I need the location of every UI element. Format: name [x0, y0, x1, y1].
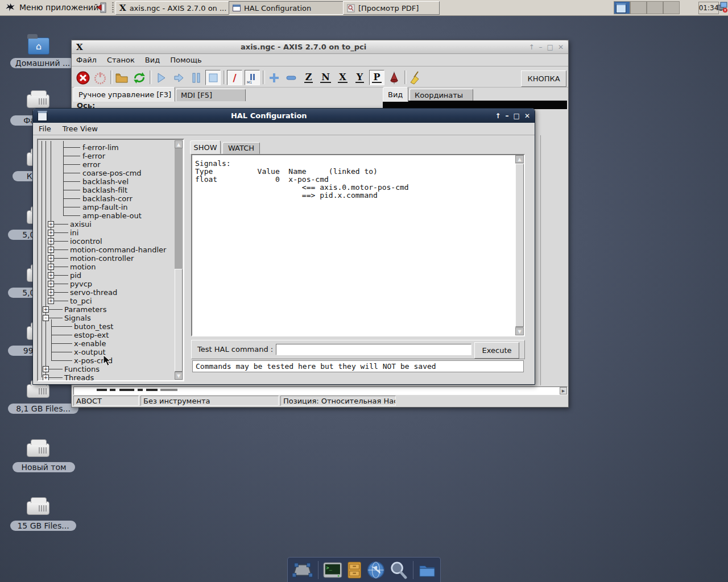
network-status-icon[interactable]: [717, 2, 728, 15]
drive-icon[interactable]: [27, 94, 49, 108]
tree-item[interactable]: +Parameters: [38, 305, 172, 314]
tree-item[interactable]: backlash-filt: [38, 186, 172, 194]
expander-icon[interactable]: +: [48, 281, 54, 287]
tree-item[interactable]: -Signals: [38, 314, 172, 322]
tree-item[interactable]: amp-enable-out: [38, 211, 172, 220]
tree-item[interactable]: f-error-lim: [38, 143, 172, 152]
home-folder-icon[interactable]: ⌂: [28, 38, 49, 55]
block-delete-button[interactable]: /: [227, 70, 242, 85]
logout-icon[interactable]: [97, 2, 108, 15]
expander-icon[interactable]: +: [48, 230, 54, 236]
view-x-button[interactable]: X: [335, 70, 350, 85]
rotate-view-button[interactable]: [386, 70, 402, 85]
applications-menu-button[interactable]: Меню приложений: [1, 1, 102, 14]
workspace-1[interactable]: [614, 1, 630, 14]
expander-icon[interactable]: +: [43, 306, 49, 313]
drive-icon[interactable]: [27, 501, 49, 515]
expander-icon[interactable]: -: [43, 315, 49, 321]
scroll-up-icon[interactable]: ▲: [175, 140, 183, 148]
show-desktop-icon[interactable]: [292, 562, 313, 578]
tree-item[interactable]: backlash-vel: [38, 177, 172, 186]
execute-button[interactable]: Execute: [474, 342, 519, 359]
minimize-button[interactable]: –: [539, 43, 543, 51]
optional-stop-button[interactable]: M1: [245, 70, 260, 85]
view-p-button[interactable]: P: [369, 70, 384, 85]
taskbar-button-hal[interactable]: HAL Configuration: [229, 1, 349, 15]
tree-scrollbar[interactable]: ▲ ▼: [175, 140, 183, 380]
show-scrollbar[interactable]: ▲ ▼: [515, 155, 524, 335]
tree-item[interactable]: amp-fault-in: [38, 203, 172, 211]
workspace-3[interactable]: [647, 1, 663, 14]
tree-item[interactable]: coarse-pos-cmd: [38, 169, 172, 177]
tab-dro[interactable]: Координаты: [410, 89, 473, 102]
axis-titlebar[interactable]: X axis.ngc - AXIS 2.7.0 on to_pci ↑ – □ …: [72, 40, 568, 54]
expander-icon[interactable]: +: [48, 255, 54, 261]
desktop-icon-label[interactable]: Новый том: [13, 462, 75, 472]
desktop-icon-label[interactable]: 8,1 GB Files...: [8, 404, 78, 414]
tree-item[interactable]: +motion-command-handler: [38, 246, 172, 254]
tree-item[interactable]: +pyvcp: [38, 280, 172, 288]
scroll-down-icon[interactable]: ▼: [515, 327, 524, 335]
expander-icon[interactable]: +: [48, 272, 54, 278]
tab-show[interactable]: SHOW: [190, 140, 221, 154]
zoom-in-button[interactable]: [266, 70, 282, 85]
tab-manual-control[interactable]: Ручное управление [F3]: [73, 87, 175, 102]
reload-button[interactable]: [131, 70, 147, 85]
tree-item[interactable]: +ini: [38, 228, 172, 237]
view-z-button[interactable]: Z: [301, 70, 316, 85]
menu-help[interactable]: Помощь: [170, 56, 201, 64]
test-command-input[interactable]: [276, 344, 471, 355]
tree-item[interactable]: error: [38, 160, 172, 169]
menu-view[interactable]: Вид: [145, 56, 160, 64]
hal-menu-tree-view[interactable]: Tree View: [63, 124, 98, 133]
taskbar-button-pdf[interactable]: [Просмотр PDF]: [343, 1, 440, 15]
tree-item[interactable]: backlash-corr: [38, 194, 172, 203]
custom-knopka-button[interactable]: КНОПКА: [521, 70, 566, 87]
tree-item[interactable]: estop-ext: [38, 331, 172, 339]
clear-plot-button[interactable]: [408, 70, 423, 85]
maximize-button[interactable]: □: [514, 112, 520, 120]
tree-item[interactable]: +motion: [38, 263, 172, 271]
view-y-button[interactable]: Y: [352, 70, 367, 85]
machine-power-button[interactable]: [92, 70, 107, 85]
workspace-2[interactable]: [630, 1, 647, 14]
hal-menu-file[interactable]: File: [39, 124, 51, 133]
desktop-icon-label[interactable]: Домашний ...: [10, 58, 75, 68]
drive-icon[interactable]: [27, 384, 49, 398]
estop-button[interactable]: [75, 70, 90, 85]
tree-item[interactable]: +pid: [38, 271, 172, 280]
expander-icon[interactable]: +: [43, 366, 49, 372]
tree-item[interactable]: x-enable: [38, 339, 172, 348]
scroll-down-icon[interactable]: ▼: [175, 372, 183, 380]
scrollbar-thumb[interactable]: [515, 164, 524, 327]
tab-watch[interactable]: WATCH: [222, 142, 260, 154]
desktop-icon-label[interactable]: 15 GB Files...: [10, 521, 76, 531]
tree-item[interactable]: +Threads: [38, 373, 172, 381]
zoom-out-button[interactable]: [283, 70, 299, 85]
workspace-4[interactable]: [663, 1, 680, 14]
tree-item[interactable]: +servo-thread: [38, 288, 172, 297]
view-z2-button[interactable]: N: [318, 70, 333, 85]
close-button[interactable]: ✕: [558, 43, 564, 51]
pause-button[interactable]: [188, 70, 204, 85]
tab-preview[interactable]: Вид: [383, 87, 408, 102]
drive-icon[interactable]: [27, 443, 49, 457]
scrollbar-thumb[interactable]: [175, 269, 183, 372]
workspace-pager[interactable]: [614, 1, 680, 14]
tree-item[interactable]: +axisui: [38, 220, 172, 228]
file-manager-icon[interactable]: [419, 562, 436, 578]
expander-icon[interactable]: +: [48, 289, 54, 296]
scroll-up-icon[interactable]: ▲: [515, 155, 524, 163]
expander-icon[interactable]: +: [48, 264, 54, 270]
file-cabinet-icon[interactable]: [348, 561, 361, 579]
expander-icon[interactable]: +: [48, 238, 54, 244]
shade-button[interactable]: ↑: [495, 112, 501, 120]
expander-icon[interactable]: +: [48, 247, 54, 253]
tree-item[interactable]: +iocontrol: [38, 237, 172, 246]
web-browser-icon[interactable]: [367, 560, 385, 580]
taskbar-button-axis[interactable]: X axis.ngc - AXIS 2.7.0 on ...: [115, 1, 235, 15]
maximize-button[interactable]: □: [547, 43, 553, 51]
show-output-area[interactable]: Signals: Type Value Name (linked to) flo…: [191, 154, 525, 336]
hal-titlebar[interactable]: HAL Configuration ↑ – □ ✕: [33, 109, 535, 123]
tree-item[interactable]: +to_pci: [38, 297, 172, 305]
